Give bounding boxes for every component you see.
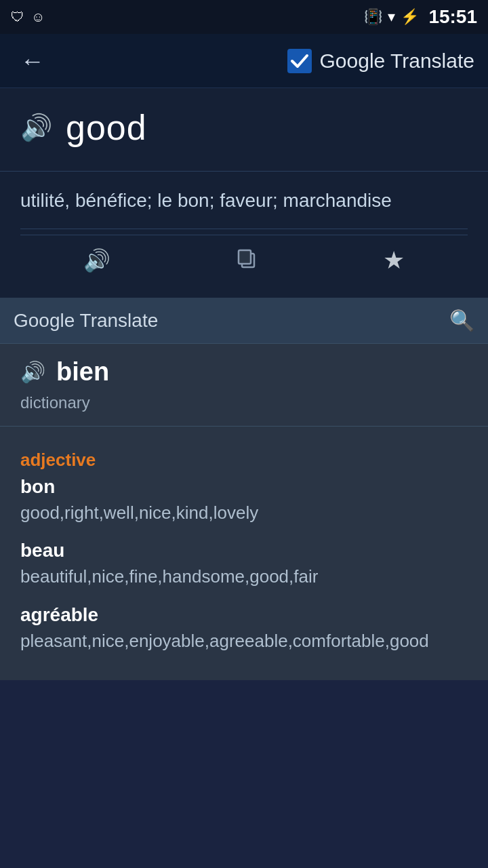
gt-search-input[interactable] [14, 310, 449, 332]
source-speaker-icon[interactable]: 🔊 [20, 113, 52, 142]
bolt-icon: ⚡ [401, 8, 419, 26]
copy-button[interactable] [222, 243, 271, 278]
gt-subtext: dictionary [20, 393, 468, 412]
check-icon [287, 49, 312, 73]
gt-word-row: 🔊 bien [20, 357, 468, 387]
dict-entry-agreable: agréable pleasant,nice,enjoyable,agreeab… [20, 604, 468, 653]
gt-panel: 🔍 🔊 bien dictionary adjective bon good,r… [0, 298, 488, 680]
translation-text: utilité, bénéfice; le bon; faveur; march… [20, 186, 468, 215]
android-icon: ☺ [31, 9, 45, 25]
app-title-row: Google Translate [287, 49, 474, 73]
dict-defs-beau: beautiful,nice,fine,handsome,good,fair [20, 564, 468, 589]
status-icons-left: 🛡 ☺ [11, 9, 45, 25]
gt-search-bar: 🔍 [0, 298, 488, 344]
divider [20, 229, 468, 229]
source-word: good [66, 107, 147, 148]
source-section: 🔊 good [0, 88, 488, 172]
gt-translated-word: bien [56, 357, 109, 387]
dict-entry-beau: beau beautiful,nice,fine,handsome,good,f… [20, 540, 468, 589]
wifi-icon: ▾ [388, 8, 395, 26]
action-icons-row: 🔊 ★ [20, 235, 468, 287]
gt-speaker-icon[interactable]: 🔊 [20, 360, 45, 384]
status-bar: 🛡 ☺ 📳 ▾ ⚡ 15:51 [0, 0, 488, 34]
back-button[interactable]: ← [14, 40, 52, 82]
top-nav: ← Google Translate [0, 34, 488, 88]
svg-rect-2 [239, 250, 251, 264]
search-icon[interactable]: 🔍 [449, 309, 474, 332]
source-word-row: 🔊 good [20, 107, 468, 148]
app-name: Google Translate [320, 50, 474, 73]
dict-term-agreable: agréable [20, 604, 468, 626]
translation-speaker-button[interactable]: 🔊 [70, 243, 124, 277]
shield-icon: 🛡 [11, 9, 24, 25]
dict-entry-bon: bon good,right,well,nice,kind,lovely [20, 476, 468, 525]
dict-term-bon: bon [20, 476, 468, 498]
pos-adjective-label: adjective [20, 450, 468, 471]
dictionary-section: adjective bon good,right,well,nice,kind,… [0, 427, 488, 680]
favorite-button[interactable]: ★ [369, 242, 418, 279]
gt-result: 🔊 bien dictionary [0, 344, 488, 427]
translation-section: utilité, bénéfice; le bon; faveur; march… [0, 172, 488, 298]
dict-defs-bon: good,right,well,nice,kind,lovely [20, 500, 468, 525]
time-display: 15:51 [428, 6, 477, 28]
vibrate-icon: 📳 [364, 8, 382, 26]
dict-defs-agreable: pleasant,nice,enjoyable,agreeable,comfor… [20, 629, 468, 653]
status-icons-right: 📳 ▾ ⚡ 15:51 [364, 6, 477, 28]
dict-term-beau: beau [20, 540, 468, 561]
